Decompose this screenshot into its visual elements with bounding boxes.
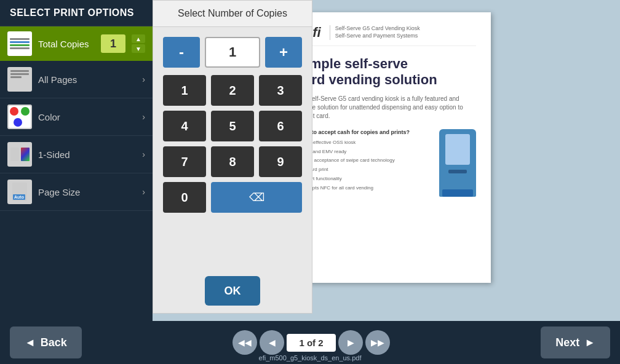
total-copies-row: Total Copies 1 ▲ ▼ [0,26,153,61]
numpad-grid: 1 2 3 4 5 6 7 8 9 0 ⌫ [163,75,302,213]
bottom-bar: ◄ Back ◀◀ ◀ 1 of 2 ▶ ▶▶ Next ► efi_m500_… [0,321,620,364]
preview-document: efi Self-Serve G5 Card Vending Kiosk Sel… [282,12,491,283]
back-button[interactable]: ◄ Back [10,326,82,358]
color-chevron-icon: › [142,112,145,122]
copies-up-button[interactable]: ▲ [132,34,145,43]
ok-row: OK [153,269,312,313]
numpad-5[interactable]: 5 [211,111,254,141]
plus-button[interactable]: + [265,37,302,68]
doc-line-3 [10,44,30,46]
page-size-icon: Auto [7,180,32,204]
menu-item-color[interactable]: Color › [0,98,153,136]
menu-item-all-pages[interactable]: All Pages › [0,61,153,98]
total-copies-label: Total Copies [38,39,95,49]
doc-subtitle: EFI Self-Serve G5 card vending kiosk is … [296,95,476,121]
sided-chevron-icon: › [142,149,145,159]
color-label: Color [38,112,136,122]
all-pages-icon [7,67,32,92]
numpad-9[interactable]: 9 [259,146,302,177]
last-page-button[interactable]: ▶▶ [365,330,390,355]
doc-header: efi Self-Serve G5 Card Vending Kiosk Sel… [296,25,476,46]
numpad-8[interactable]: 8 [211,146,254,177]
kiosk-image [439,129,476,197]
pagination-controls: ◀◀ ◀ 1 of 2 ▶ ▶▶ [232,330,390,355]
page-size-chevron-icon: › [142,187,145,197]
need-cash-label: Need to accept cash for copies and print… [296,129,429,135]
modal-title: Select Number of Copies [153,1,312,27]
ok-button[interactable]: OK [205,276,260,306]
numpad-2[interactable]: 2 [211,75,254,106]
numpad-1[interactable]: 1 [163,75,206,106]
all-pages-chevron-icon: › [142,74,145,84]
total-copies-icon [7,31,32,56]
numpad-6[interactable]: 6 [259,111,302,141]
sided-label: 1-Sided [38,149,136,160]
menu-item-page-size[interactable]: Auto Page Size › [0,173,153,211]
page-display: 1 of 2 [287,334,336,352]
next-arrow-icon: ► [584,336,595,349]
kiosk-screen [445,134,470,165]
doc-line-2 [10,41,30,43]
kiosk-base [442,189,473,197]
panel-header: SELECT PRINT OPTIONS [0,0,153,26]
filename-label: efi_m500_g5_kiosk_ds_en_us.pdf [259,354,362,362]
total-copies-value: 1 [101,34,125,53]
copies-down-button[interactable]: ▼ [132,44,145,53]
prev-page-button[interactable]: ◀ [260,330,284,355]
color-circle-green [21,107,30,116]
menu-item-sided[interactable]: 1-Sided › [0,136,153,173]
back-arrow-icon: ◄ [25,336,36,349]
numpad-area: - 1 + 1 2 3 4 5 6 7 8 9 0 ⌫ [153,27,312,269]
back-label: Back [41,336,67,349]
numpad-7[interactable]: 7 [163,146,206,177]
page-size-label: Page Size [38,187,136,197]
all-pages-label: All Pages [38,74,136,85]
copies-modal: Select Number of Copies - 1 + 1 2 3 4 5 … [153,0,312,314]
doc-title: Simple self-serve card vending solution [296,56,476,89]
color-circle-blue [14,118,22,127]
next-page-nav-button[interactable]: ▶ [338,330,363,355]
minus-button[interactable]: - [163,37,200,68]
numpad-display: 1 [205,37,260,68]
color-icon [7,105,32,129]
numpad-4[interactable]: 4 [163,111,206,141]
first-page-button[interactable]: ◀◀ [232,330,257,355]
left-panel: SELECT PRINT OPTIONS Total Copies 1 ▲ ▼ [0,0,153,321]
color-circle-red [10,107,18,116]
numpad-backspace[interactable]: ⌫ [211,182,302,213]
doc-line-4 [10,47,30,49]
display-row: - 1 + [163,37,302,68]
sided-icon [7,142,32,167]
next-button[interactable]: Next ► [541,326,610,358]
doc-line-1 [10,38,30,40]
copies-arrows: ▲ ▼ [132,34,145,53]
preview-features: Cost-effective OSS kiosk ADA and EMV rea… [296,139,429,192]
numpad-0[interactable]: 0 [163,182,206,213]
numpad-3[interactable]: 3 [259,75,302,106]
next-label: Next [555,336,579,349]
efi-tagline: Self-Serve G5 Card Vending Kiosk Self-Se… [335,25,420,39]
